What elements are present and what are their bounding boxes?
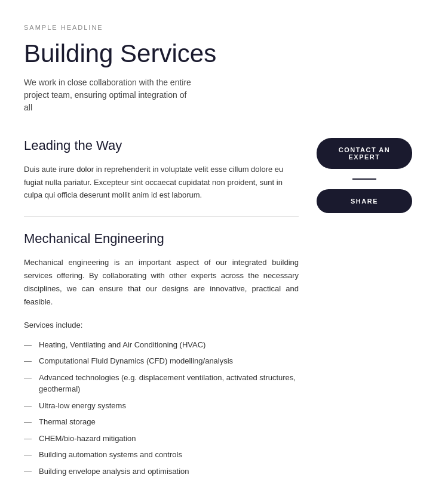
- list-dash: —: [24, 400, 32, 412]
- list-item: —Building automation systems and control…: [24, 449, 299, 461]
- list-item-text: Ultra-low energy systems: [39, 400, 299, 412]
- list-dash: —: [24, 416, 32, 428]
- list-item: —Advanced technologies (e.g. displacemen…: [24, 372, 299, 395]
- list-item-text: Advanced technologies (e.g. displacement…: [39, 372, 299, 395]
- mechanical-body: Mechanical engineering is an important a…: [24, 256, 299, 309]
- list-dash: —: [24, 355, 32, 367]
- list-item-text: Building envelope analysis and optimisat…: [39, 466, 299, 478]
- contact-expert-button[interactable]: CONTACT AN EXPERT: [317, 138, 412, 169]
- share-button[interactable]: SHARE: [317, 189, 412, 213]
- page-subtitle: We work in close collaboration with the …: [24, 76, 191, 114]
- list-item: —Thermal storage: [24, 416, 299, 428]
- services-label: Services include:: [24, 321, 299, 329]
- list-item-text: Building automation systems and controls: [39, 449, 299, 461]
- list-item: —Heating, Ventilating and Air Conditioni…: [24, 339, 299, 351]
- content-layout: Leading the Way Duis aute irure dolor in…: [24, 138, 424, 482]
- list-item: —Building envelope analysis and optimisa…: [24, 466, 299, 478]
- list-dash: —: [24, 433, 32, 445]
- list-item: —CHEM/bio-hazard mitigation: [24, 433, 299, 445]
- services-list: —Heating, Ventilating and Air Conditioni…: [24, 339, 299, 478]
- section-divider: [24, 216, 299, 217]
- list-dash: —: [24, 449, 32, 461]
- main-content: Leading the Way Duis aute irure dolor in…: [24, 138, 299, 482]
- list-item: —Computational Fluid Dynamics (CFD) mode…: [24, 355, 299, 367]
- list-item-text: CHEM/bio-hazard mitigation: [39, 433, 299, 445]
- list-item-text: Heating, Ventilating and Air Conditionin…: [39, 339, 299, 351]
- list-item-text: Thermal storage: [39, 416, 299, 428]
- leading-body: Duis aute irure dolor in reprehenderit i…: [24, 163, 299, 201]
- leading-heading: Leading the Way: [24, 138, 299, 153]
- list-dash: —: [24, 466, 32, 478]
- sidebar-divider: [352, 178, 376, 180]
- page-container: SAMPLE HEADLINE Building Services We wor…: [0, 0, 448, 499]
- sidebar: CONTACT AN EXPERT SHARE: [311, 138, 418, 482]
- sample-headline: SAMPLE HEADLINE: [24, 24, 424, 31]
- list-dash: —: [24, 339, 32, 351]
- page-title: Building Services: [24, 39, 424, 68]
- list-dash: —: [24, 372, 32, 384]
- mechanical-heading: Mechanical Engineering: [24, 231, 299, 247]
- list-item-text: Computational Fluid Dynamics (CFD) model…: [39, 355, 299, 367]
- list-item: —Ultra-low energy systems: [24, 400, 299, 412]
